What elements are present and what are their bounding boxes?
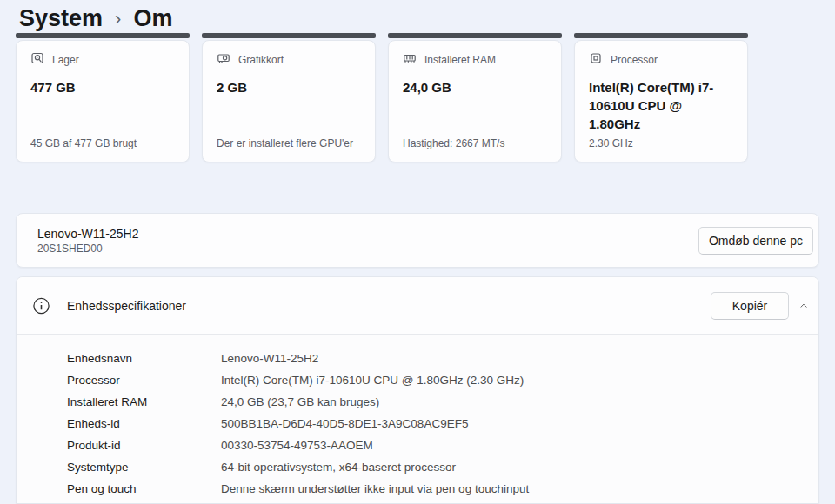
spec-row-label: Processor (67, 374, 221, 387)
spec-row-value: 500BB1BA-D6D4-40D5-8DE1-3A9C08AC9EF5 (221, 417, 468, 430)
overview-card-footer: Hastighed: 2667 MT/s (403, 137, 547, 151)
spec-row-value: Lenovo-W11-25H2 (221, 352, 318, 365)
overview-card-body: Lager 477 GB 45 GB af 477 GB brugt (16, 40, 190, 162)
spec-row: Enhedsnavn Lenovo-W11-25H2 (17, 348, 818, 369)
overview-card-footer: 2.30 GHz (589, 137, 733, 151)
device-name-card: Lenovo-W11-25H2 20S1SHED00 Omdøb denne p… (16, 213, 819, 268)
device-specifications-header[interactable]: Enhedsspecifikationer Kopiér (17, 277, 818, 335)
overview-card: Processor Intel(R) Core(TM) i7-10610U CP… (574, 33, 748, 162)
device-specifications-table: Enhedsnavn Lenovo-W11-25H2 Processor Int… (17, 335, 818, 500)
overview-card-value: Intel(R) Core(TM) i7-10610U CPU @ 1.80GH… (589, 78, 733, 133)
device-name: Lenovo-W11-25H2 (37, 226, 138, 242)
overview-card-value: 477 GB (30, 78, 175, 96)
spec-row: Pen og touch Denne skærm understøtter ik… (17, 478, 818, 500)
storage-icon (30, 51, 44, 69)
overview-card: Lager 477 GB 45 GB af 477 GB brugt (16, 33, 190, 162)
spec-row-label: Systemtype (67, 461, 221, 474)
spec-row-value: 64-bit operativsystem, x64-baseret proce… (221, 461, 456, 474)
spec-row-label: Enhedsnavn (67, 352, 221, 365)
breadcrumb-system[interactable]: System (19, 5, 103, 32)
overview-card-body: Grafikkort 2 GB Der er installeret flere… (202, 40, 376, 162)
device-id: 20S1SHED00 (37, 242, 138, 255)
info-icon (32, 296, 50, 315)
ram-icon (403, 51, 417, 69)
overview-cards-row: Lager 477 GB 45 GB af 477 GB brugt Grafi… (16, 33, 748, 162)
cpu-icon (589, 51, 603, 69)
clipped-card-top-strip (574, 33, 748, 38)
spec-row-label: Produkt-id (67, 439, 221, 452)
breadcrumb: System › Om (19, 2, 172, 35)
spec-row-label: Enheds-id (67, 417, 221, 430)
spec-row: Enheds-id 500BB1BA-D6D4-40D5-8DE1-3A9C08… (17, 413, 818, 434)
chevron-up-icon[interactable] (794, 296, 813, 315)
overview-card-label: Grafikkort (238, 54, 284, 66)
spec-row-label: Installeret RAM (67, 395, 221, 408)
overview-card-value: 2 GB (217, 78, 361, 96)
overview-card: Installeret RAM 24,0 GB Hastighed: 2667 … (388, 33, 562, 162)
overview-card-body: Processor Intel(R) Core(TM) i7-10610U CP… (574, 40, 748, 162)
overview-card-label: Lager (52, 54, 79, 66)
device-specifications-title: Enhedsspecifikationer (67, 299, 186, 313)
spec-row: Produkt-id 00330-53754-49753-AAOEM (17, 434, 818, 456)
overview-card-body: Installeret RAM 24,0 GB Hastighed: 2667 … (388, 40, 562, 162)
clipped-card-top-strip (388, 33, 562, 38)
overview-card-label: Installeret RAM (424, 54, 496, 66)
page-title: Om (133, 5, 172, 32)
spec-row: Processor Intel(R) Core(TM) i7-10610U CP… (17, 369, 818, 391)
copy-button[interactable]: Kopiér (711, 292, 789, 320)
spec-row-value: 24,0 GB (23,7 GB kan bruges) (221, 395, 379, 408)
spec-row: Installeret RAM 24,0 GB (23,7 GB kan bru… (17, 391, 818, 413)
overview-card-footer: 45 GB af 477 GB brugt (30, 137, 175, 151)
spec-row-label: Pen og touch (67, 482, 221, 495)
device-specifications-expander: Enhedsspecifikationer Kopiér Enhedsnavn … (16, 276, 819, 504)
gpu-icon (217, 51, 230, 69)
rename-pc-button[interactable]: Omdøb denne pc (698, 227, 813, 255)
chevron-right-icon: › (115, 6, 121, 30)
clipped-card-top-strip (202, 33, 376, 38)
overview-card-footer: Der er installeret flere GPU'er (217, 137, 361, 151)
spec-row: Systemtype 64-bit operativsystem, x64-ba… (17, 456, 818, 478)
overview-card: Grafikkort 2 GB Der er installeret flere… (202, 33, 376, 162)
overview-card-label: Processor (611, 54, 658, 66)
spec-row-value: Denne skærm understøtter ikke input via … (221, 482, 529, 495)
clipped-card-top-strip (16, 33, 190, 38)
overview-card-value: 24,0 GB (403, 78, 547, 96)
settings-about-page: System › Om Lager 477 GB 45 GB af 477 GB… (0, 0, 835, 504)
spec-row-value: Intel(R) Core(TM) i7-10610U CPU @ 1.80GH… (221, 374, 524, 387)
spec-row-value: 00330-53754-49753-AAOEM (221, 439, 373, 452)
